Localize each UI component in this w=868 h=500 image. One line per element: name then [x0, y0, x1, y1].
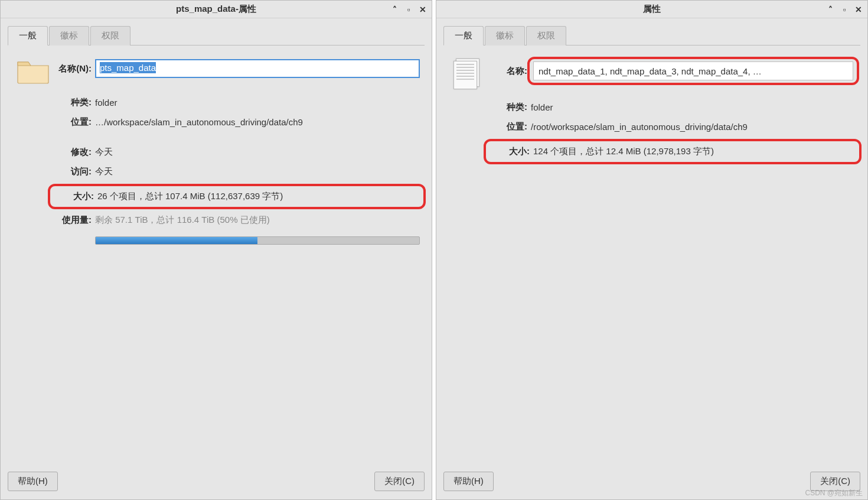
- modified-label: 修改:: [54, 147, 95, 158]
- size-value: 26 个项目，总计 107.4 MiB (112,637,639 字节): [97, 191, 417, 202]
- window-controls: ˄ ▫ ✕: [825, 1, 864, 18]
- close-button[interactable]: 关闭(C): [810, 472, 860, 491]
- name-label: 名称:: [490, 66, 531, 77]
- name-display: ndt_map_data_1, ndt_map_data_3, ndt_map_…: [533, 61, 853, 80]
- kind-label: 种类:: [54, 97, 95, 108]
- size-label: 大小:: [56, 191, 97, 202]
- location-label: 位置:: [54, 116, 95, 128]
- tab-general[interactable]: 一般: [443, 26, 484, 46]
- titlebar[interactable]: 属性 ˄ ▫ ✕: [436, 1, 867, 18]
- modified-value: 今天: [95, 147, 420, 158]
- usage-progress: [95, 236, 420, 245]
- name-input[interactable]: pts_map_data: [95, 59, 420, 78]
- window-title: pts_map_data-属性: [176, 4, 256, 15]
- footer: 帮助(H) 关闭(C): [436, 466, 867, 499]
- properties-window-left: pts_map_data-属性 ˄ ▫ ✕ 一般 徽标 权限 名称(N): pt…: [0, 0, 432, 500]
- name-highlight: ndt_map_data_1, ndt_map_data_3, ndt_map_…: [527, 57, 859, 85]
- footer: 帮助(H) 关闭(C): [1, 466, 432, 499]
- usage-text: 剩余 57.1 TiB，总计 116.4 TiB (50% 已使用): [95, 215, 420, 226]
- file-icon: [448, 57, 490, 90]
- kind-label: 种类:: [490, 102, 531, 113]
- help-button[interactable]: 帮助(H): [443, 472, 494, 491]
- tab-emblems[interactable]: 徽标: [49, 26, 89, 46]
- maximize-icon[interactable]: ▫: [839, 4, 850, 15]
- tabs: 一般 徽标 权限: [443, 25, 860, 46]
- close-icon[interactable]: ✕: [853, 4, 864, 15]
- window-controls: ˄ ▫ ✕: [389, 1, 428, 18]
- location-value: …/workspace/slam_in_autonomous_driving/d…: [95, 117, 420, 127]
- tab-content: 名称: ndt_map_data_1, ndt_map_data_3, ndt_…: [436, 46, 867, 466]
- location-value: /root/workspace/slam_in_autonomous_drivi…: [531, 122, 856, 132]
- tab-permissions[interactable]: 权限: [526, 26, 566, 46]
- tab-emblems[interactable]: 徽标: [485, 26, 525, 46]
- help-button[interactable]: 帮助(H): [8, 472, 58, 491]
- size-highlight: 大小: 26 个项目，总计 107.4 MiB (112,637,639 字节): [48, 184, 426, 209]
- tabs: 一般 徽标 权限: [8, 25, 425, 46]
- usage-progress-fill: [96, 237, 257, 244]
- tab-permissions[interactable]: 权限: [90, 26, 130, 46]
- properties-window-right: 属性 ˄ ▫ ✕ 一般 徽标 权限: [436, 0, 868, 500]
- close-icon[interactable]: ✕: [417, 4, 428, 15]
- size-highlight: 大小: 124 个项目，总计 12.4 MiB (12,978,193 字节): [484, 139, 862, 164]
- maximize-icon[interactable]: ▫: [403, 4, 414, 15]
- window-title: 属性: [643, 4, 661, 15]
- kind-value: folder: [95, 98, 420, 108]
- accessed-label: 访问:: [54, 166, 95, 177]
- titlebar[interactable]: pts_map_data-属性 ˄ ▫ ✕: [1, 1, 432, 18]
- name-label: 名称(N):: [54, 63, 95, 74]
- minimize-icon[interactable]: ˄: [389, 4, 400, 15]
- tab-general[interactable]: 一般: [8, 26, 48, 46]
- usage-label: 使用量:: [54, 215, 95, 226]
- location-label: 位置:: [490, 121, 531, 132]
- folder-icon: [12, 57, 54, 85]
- tab-content: 名称(N): pts_map_data 种类: folder 位置: …/wor…: [1, 46, 432, 466]
- kind-value: folder: [531, 102, 856, 112]
- size-value: 124 个项目，总计 12.4 MiB (12,978,193 字节): [533, 146, 853, 157]
- close-button[interactable]: 关闭(C): [374, 472, 425, 491]
- accessed-value: 今天: [95, 166, 420, 177]
- minimize-icon[interactable]: ˄: [825, 4, 836, 15]
- size-label: 大小:: [492, 146, 533, 157]
